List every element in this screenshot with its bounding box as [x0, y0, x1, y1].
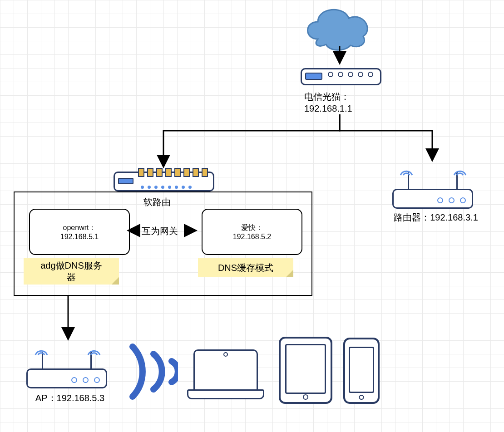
connections-overlay — [0, 0, 504, 432]
diagram-canvas: 电信光猫： 192.168.1.1 软路由 openwrt： 192.168.5… — [0, 0, 504, 432]
